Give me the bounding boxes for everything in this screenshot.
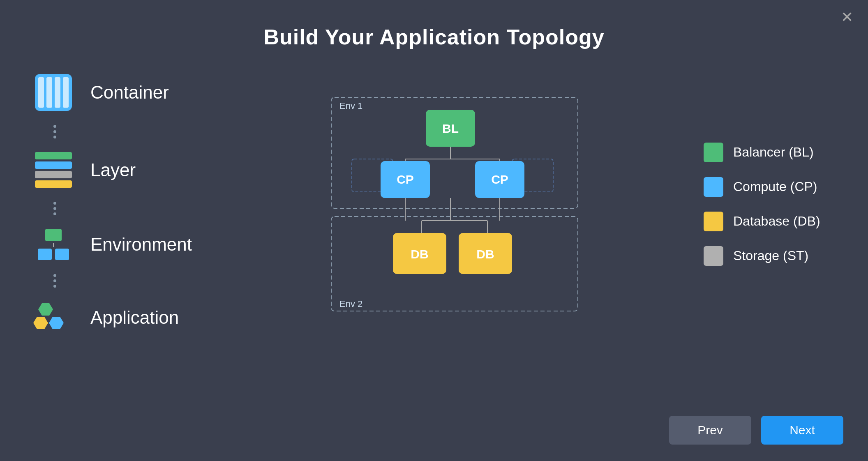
- svg-marker-1: [33, 317, 48, 329]
- legend-box-storage: [704, 246, 723, 266]
- legend-label-balancer: Balancer (BL): [733, 145, 814, 160]
- application-label: Application: [90, 307, 179, 328]
- prev-button[interactable]: Prev: [669, 416, 751, 445]
- left-item-container: Container: [33, 74, 169, 111]
- dots-1: [53, 123, 56, 140]
- legend-item-storage: Storage (ST): [704, 246, 835, 266]
- legend-box-database: [704, 212, 723, 231]
- svg-marker-2: [49, 317, 64, 329]
- legend-item-compute: Compute (CP): [704, 177, 835, 197]
- legend-label-compute: Compute (CP): [733, 179, 817, 194]
- legend-panel: Balancer (BL) Compute (CP) Database (DB)…: [679, 143, 835, 266]
- legend-label-storage: Storage (ST): [733, 248, 808, 263]
- legend-box-balancer: [704, 143, 723, 162]
- left-item-environment: Environment: [33, 229, 192, 260]
- container-label: Container: [90, 82, 169, 103]
- environment-icon: [33, 229, 74, 260]
- svg-text:DB: DB: [476, 247, 494, 261]
- svg-text:DB: DB: [411, 247, 428, 261]
- svg-text:Env 1: Env 1: [339, 101, 362, 111]
- left-panel: Container Layer: [33, 74, 230, 334]
- diagram-area: Env 1 Env 2 BL CP: [230, 93, 679, 315]
- svg-text:Env 2: Env 2: [339, 299, 362, 309]
- bottom-bar: Prev Next: [669, 416, 843, 445]
- svg-text:BL: BL: [442, 122, 459, 135]
- container-icon: [33, 74, 74, 111]
- svg-text:CP: CP: [397, 173, 414, 186]
- svg-text:CP: CP: [491, 173, 508, 186]
- next-button[interactable]: Next: [761, 416, 843, 445]
- topology-diagram: Env 1 Env 2 BL CP: [327, 93, 582, 315]
- legend-box-compute: [704, 177, 723, 197]
- dots-3: [53, 272, 56, 289]
- application-icon-graphic: [33, 301, 74, 334]
- left-item-application: Application: [33, 301, 179, 334]
- legend-label-database: Database (DB): [733, 214, 820, 229]
- environment-label: Environment: [90, 234, 192, 255]
- legend-item-database: Database (DB): [704, 212, 835, 231]
- dots-2: [53, 200, 56, 217]
- legend-item-balancer: Balancer (BL): [704, 143, 835, 162]
- svg-marker-0: [38, 303, 53, 316]
- left-item-layer: Layer: [33, 152, 136, 188]
- main-content: Container Layer: [0, 74, 868, 334]
- layer-icon: [33, 152, 74, 188]
- container-icon-graphic: [35, 74, 72, 111]
- svg-rect-5: [331, 217, 578, 311]
- page-title: Build Your Application Topology: [0, 0, 868, 49]
- application-icon: [33, 301, 74, 334]
- close-button[interactable]: ✕: [841, 10, 853, 25]
- layer-label: Layer: [90, 160, 136, 180]
